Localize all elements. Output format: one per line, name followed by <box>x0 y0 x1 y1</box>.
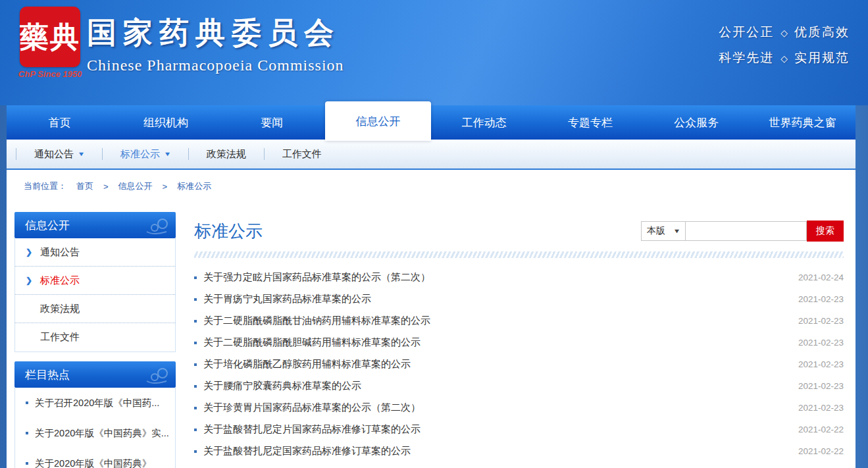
slogan-line-2: 科学先进◇实用规范 <box>719 45 850 71</box>
announcement-list: 关于强力定眩片国家药品标准草案的公示（第二次） 2021-02-24 关于胃疡宁… <box>194 267 844 462</box>
list-item: 关于盐酸替扎尼定片国家药品标准修订草案的公示 2021-02-22 <box>194 419 844 440</box>
hot-topic-label: 关于召开2020年版《中国药... <box>35 396 159 410</box>
list-item: 关于胃疡宁丸国家药品标准草案的公示 2021-02-23 <box>194 288 844 310</box>
subnav-item-notices[interactable]: 通知公告 ▼ <box>16 148 102 160</box>
hot-topic-label: 关于2020年版《中国药典》 <box>35 456 151 468</box>
caret-down-icon: ▼ <box>78 151 86 157</box>
announcement-link[interactable]: 关于强力定眩片国家药品标准草案的公示（第二次） <box>203 271 783 284</box>
nav-item-information-disclosure[interactable]: 信息公开 <box>325 101 431 141</box>
bullet-icon <box>26 462 28 465</box>
bullet-icon <box>194 450 197 453</box>
nav-item-work-updates[interactable]: 工作动态 <box>431 105 537 140</box>
hot-topic-label: 关于2020年版《中国药典》实... <box>35 426 169 440</box>
nav-item-special-topics[interactable]: 专题专栏 <box>537 105 643 140</box>
breadcrumb-prefix: 当前位置： <box>24 180 66 192</box>
subnav-item-work-documents[interactable]: 工作文件 <box>264 148 340 160</box>
nav-item-news[interactable]: 要闻 <box>219 105 325 140</box>
sidebar-section-title: 信息公开 <box>25 218 70 233</box>
chevron-right-icon: ❯ <box>26 247 34 257</box>
breadcrumb-home[interactable]: 首页 <box>76 180 93 192</box>
bullet-icon <box>194 276 197 279</box>
caret-down-icon: ▼ <box>673 228 681 234</box>
announcement-link[interactable]: 关于胃疡宁丸国家药品标准草案的公示 <box>203 293 783 305</box>
search-scope-value: 本版 <box>647 225 665 237</box>
list-item: 关于珍黄胃片国家药品标准草案的公示（第二次） 2021-02-23 <box>194 397 844 419</box>
sidebar-item-standard-publicity[interactable]: ❯ 标准公示 <box>15 267 175 295</box>
hot-topics-list: 关于召开2020年版《中国药... 关于2020年版《中国药典》实... 关于2… <box>14 388 176 468</box>
list-item: 关于腰痛宁胶囊药典标准草案的公示 2021-02-23 <box>194 375 844 397</box>
sidebar-item-label: 通知公告 <box>40 246 80 259</box>
sidebar-menu: ❯ 通知公告 ❯ 标准公示 ❯ 政策法规 ❯ 工作文件 <box>14 238 176 352</box>
announcement-link[interactable]: 关于珍黄胃片国家药品标准草案的公示（第二次） <box>203 402 783 414</box>
announcement-link[interactable]: 关于培化磷脂酰乙醇胺药用辅料标准草案的公示 <box>203 358 783 371</box>
site-logo[interactable]: 藥典 ChP Since 1950 <box>16 7 84 79</box>
list-item: 关于强力定眩片国家药品标准草案的公示（第二次） 2021-02-24 <box>194 267 844 288</box>
diamond-icon: ◇ <box>774 28 794 38</box>
site-title-block: 国家药典委员会 Chinese Pharmacopoeia Commission <box>87 13 344 74</box>
subnav-item-standard-publicity[interactable]: 标准公示 ▼ <box>102 148 188 160</box>
search-button[interactable]: 搜索 <box>807 221 844 242</box>
bullet-icon <box>194 342 197 344</box>
sidebar-item-label: 工作文件 <box>40 331 80 344</box>
hot-topic-item[interactable]: 关于2020年版《中国药典》 <box>15 448 175 468</box>
sidebar-item-policies[interactable]: ❯ 政策法规 <box>15 295 175 323</box>
announcement-link[interactable]: 关于二硬脂酰磷脂酰甘油钠药用辅料标准草案的公示 <box>203 315 783 327</box>
announcement-date: 2021-02-23 <box>783 316 844 326</box>
announcement-date: 2021-02-23 <box>783 294 844 304</box>
cloud-decoration-icon <box>138 367 172 384</box>
announcement-date: 2021-02-24 <box>783 273 844 282</box>
subnav-label: 工作文件 <box>282 148 322 161</box>
announcement-link[interactable]: 关于二硬脂酰磷脂酰胆碱药用辅料标准草案的公示 <box>203 336 783 349</box>
announcement-date: 2021-02-22 <box>783 446 844 456</box>
subnav-label: 通知公告 <box>34 148 74 161</box>
subnav-item-policies[interactable]: 政策法规 <box>188 148 264 160</box>
hatched-divider <box>194 251 844 258</box>
seal-text: 藥典 <box>20 18 80 57</box>
announcement-link[interactable]: 关于盐酸替扎尼定片国家药品标准修订草案的公示 <box>203 423 783 436</box>
sidebar-section-hot-topics: 栏目热点 关于召开2020年版《中国药... 关于2020年版《中国药典》实..… <box>14 361 176 468</box>
chevron-right-icon: ❯ <box>26 276 34 285</box>
search-input[interactable] <box>686 221 807 241</box>
site-subtitle: Chinese Pharmacopoeia Commission <box>87 57 344 74</box>
slogan-line-1: 公开公正◇优质高效 <box>719 20 850 45</box>
search-scope-select[interactable]: 本版 ▼ <box>641 221 686 241</box>
sidebar-section-header: 栏目热点 <box>14 361 176 388</box>
site-header: 藥典 ChP Since 1950 国家药典委员会 Chinese Pharma… <box>0 0 868 105</box>
breadcrumb: 当前位置： 首页 > 信息公开 > 标准公示 <box>7 170 855 203</box>
bullet-icon <box>194 363 197 366</box>
breadcrumb-information-disclosure[interactable]: 信息公开 <box>118 180 153 192</box>
bullet-icon <box>26 432 28 434</box>
sub-nav: 通知公告 ▼ 标准公示 ▼ 政策法规 工作文件 <box>7 140 855 170</box>
announcement-date: 2021-02-23 <box>783 359 844 369</box>
bullet-icon <box>194 429 197 431</box>
bullet-icon <box>26 402 28 404</box>
site-title: 国家药典委员会 <box>87 13 344 53</box>
nav-item-home[interactable]: 首页 <box>7 105 113 140</box>
nav-item-public-service[interactable]: 公众服务 <box>644 105 750 140</box>
sidebar-section-title: 栏目热点 <box>25 367 70 382</box>
search-bar: 本版 ▼ 搜索 <box>641 221 844 242</box>
announcement-date: 2021-02-23 <box>783 403 844 413</box>
sidebar-item-notices[interactable]: ❯ 通知公告 <box>15 238 175 267</box>
caret-down-icon: ▼ <box>164 151 172 157</box>
breadcrumb-standard-publicity[interactable]: 标准公示 <box>177 180 211 192</box>
pharmacopoeia-seal-icon: 藥典 <box>20 7 80 67</box>
nav-item-organization[interactable]: 组织机构 <box>113 105 218 140</box>
list-item: 关于盐酸替扎尼定国家药品标准修订草案的公示 2021-02-22 <box>194 440 844 462</box>
hot-topic-item[interactable]: 关于召开2020年版《中国药... <box>15 388 175 418</box>
announcement-link[interactable]: 关于盐酸替扎尼定国家药品标准修订草案的公示 <box>203 445 783 457</box>
bullet-icon <box>194 298 197 301</box>
sidebar-section-header: 信息公开 <box>14 212 176 238</box>
nav-item-world-pharmacopoeia[interactable]: 世界药典之窗 <box>750 105 855 140</box>
bullet-icon <box>194 385 197 388</box>
subnav-label: 政策法规 <box>207 148 246 161</box>
sidebar-section-information: 信息公开 ❯ 通知公告 ❯ 标准公示 ❯ 政策法规 <box>14 212 176 352</box>
sidebar-item-work-documents[interactable]: ❯ 工作文件 <box>15 323 175 351</box>
list-item: 关于二硬脂酰磷脂酰胆碱药用辅料标准草案的公示 2021-02-23 <box>194 332 844 353</box>
hot-topic-item[interactable]: 关于2020年版《中国药典》实... <box>15 418 175 448</box>
announcement-link[interactable]: 关于腰痛宁胶囊药典标准草案的公示 <box>203 380 783 392</box>
announcement-date: 2021-02-23 <box>783 338 844 348</box>
cloud-decoration-icon <box>138 217 172 234</box>
sidebar: 信息公开 ❯ 通知公告 ❯ 标准公示 ❯ 政策法规 <box>14 212 176 468</box>
announcement-date: 2021-02-23 <box>783 381 844 391</box>
